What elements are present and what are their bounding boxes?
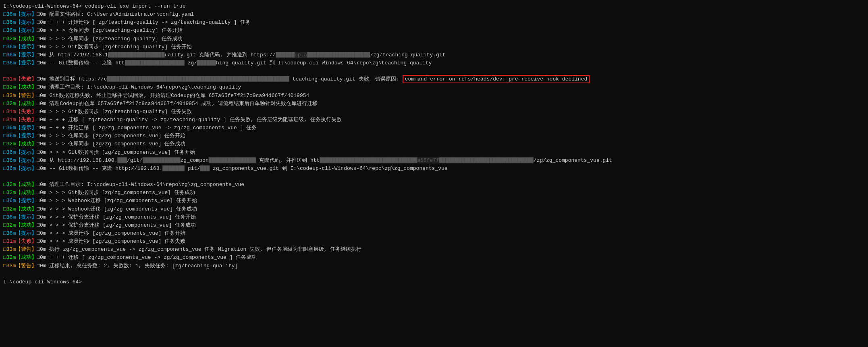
tag-tishi: □36m【提示】	[3, 27, 37, 33]
log-line: □36m【提示】□0m + + + 开始迁移 [ zg/zg_component…	[3, 124, 865, 132]
error-highlight-box: command error on refs/heads/dev: pre-rec…	[403, 75, 590, 83]
tag-chenggong: □32m【成功】	[3, 222, 37, 228]
log-line: □36m【提示】□0m > > > Webhook迁移 [zg/zg_compo…	[3, 197, 865, 205]
log-line: □32m【成功】□0m > > > 仓库同步 [zg/zg_components…	[3, 140, 865, 148]
tag-tishi: □36m【提示】	[3, 214, 37, 220]
tag-jinggao: □33m【警告】	[3, 93, 37, 99]
log-line: □36m【提示】□0m > > > 仓库同步 [zg/zg_components…	[3, 132, 865, 140]
tag-chenggong: □32m【成功】	[3, 84, 37, 90]
log-line: □31m【失败】□0m > > > Git数据同步 [zg/teaching-q…	[3, 108, 865, 116]
log-line: □31m【失败】□0m + + + 迁移 [ zg/teaching-quali…	[3, 116, 865, 124]
log-line: □36m【提示】□0m -- Git数据传输 -- 克隆 http://192.…	[3, 165, 865, 173]
tag-tishi: □36m【提示】	[3, 125, 37, 131]
log-line: □31m【失败】□0m > > > 成员迁移 [zg/zg_components…	[3, 238, 865, 246]
blank-line	[3, 173, 865, 181]
tag-tishi: □36m【提示】	[3, 198, 37, 204]
prompt-end[interactable]: I:\codeup-cli-Windows-64>	[3, 278, 865, 286]
tag-chenggong: □32m【成功】	[3, 101, 37, 107]
tag-chenggong: □32m【成功】	[3, 254, 37, 260]
tag-tishi: □36m【提示】	[3, 157, 37, 163]
log-line: □32m【成功】□0m 清理工作目录: I:\codeup-cli-Window…	[3, 181, 865, 189]
tag-tishi: □36m【提示】	[3, 52, 37, 58]
log-line: □33m【警告】□0m 迁移结束, 总任务数: 2, 失败数: 1, 失败任务:…	[3, 262, 865, 270]
log-line: □36m【提示】□0m -- Git数据传输 -- 克隆 htt████████…	[3, 59, 865, 67]
tag-shibai: □31m【失败】	[3, 76, 37, 82]
tag-chenggong: □32m【成功】	[3, 190, 37, 196]
tag-tishi: □36m【提示】	[3, 165, 37, 171]
log-line: □32m【成功】□0m > > > 仓库同步 [zg/teaching-qual…	[3, 35, 865, 43]
tag-tishi: □36m【提示】	[3, 44, 37, 50]
log-line: □36m【提示】□0m > > > Git数据同步 [zg/teaching-q…	[3, 43, 865, 51]
prompt-path: I:\codeup-cli-Windows-64> codeup-cli.exe…	[3, 3, 185, 9]
log-line: □36m【提示】□0m + + + 开始迁移 [ zg/teaching-qua…	[3, 19, 865, 27]
log-line: □36m【提示】□0m > > > Git数据同步 [zg/zg_compone…	[3, 149, 865, 157]
log-line-error: □31m【失败】□0m 推送到目标 https://c█████████████…	[3, 75, 865, 83]
blank-line	[3, 270, 865, 278]
log-line: □32m【成功】□0m + + + 迁移 [ zg/zg_components_…	[3, 254, 865, 262]
tag-chenggong: □32m【成功】	[3, 182, 37, 188]
tag-shibai: □31m【失败】	[3, 238, 37, 244]
tag-tishi: □36m【提示】	[3, 230, 37, 236]
log-line: □32m【成功】□0m 清理Codeup的仓库 657a65fe7f217c9c…	[3, 100, 865, 108]
tag-chenggong: □32m【成功】	[3, 36, 37, 42]
log-line: □32m【成功】□0m > > > 保护分支迁移 [zg/zg_componen…	[3, 221, 865, 229]
tag-jinggao: □33m【警告】	[3, 263, 37, 269]
tag-shibai: □31m【失败】	[3, 109, 37, 115]
log-line: □36m【提示】□0m 从 http://192.168.100.███/git…	[3, 157, 865, 165]
blank-line	[3, 67, 865, 75]
tag-shibai: □31m【失败】	[3, 117, 37, 123]
log-line: □36m【提示】□0m > > > 仓库同步 [zg/teaching-qual…	[3, 27, 865, 35]
tag-tishi: □36m【提示】	[3, 60, 37, 66]
log-line: □36m【提示】□0m > > > 保护分支迁移 [zg/zg_componen…	[3, 213, 865, 221]
log-line: □36m【提示】□0m 配置文件路径: C:\Users\Administrat…	[3, 10, 865, 19]
terminal-window: I:\codeup-cli-Windows-64> codeup-cli.exe…	[0, 0, 868, 289]
log-line: □32m【成功】□0m > > > Webhook迁移 [zg/zg_compo…	[3, 205, 865, 213]
tag-chenggong: □32m【成功】	[3, 206, 37, 212]
tag-tishi: □36m【提示】	[3, 133, 37, 139]
prompt-path-end: I:\codeup-cli-Windows-64>	[3, 279, 82, 285]
log-line: □33m【警告】□0m 执行 zg/zg_components_vue -> z…	[3, 246, 865, 254]
log-line: □32m【成功】□0m 清理工作目录: I:\codeup-cli-Window…	[3, 83, 865, 91]
log-line: □32m【成功】□0m > > > Git数据同步 [zg/zg_compone…	[3, 189, 865, 197]
log-line: □36m【提示】□0m > > > 成员迁移 [zg/zg_components…	[3, 229, 865, 238]
tag-jinggao: □33m【警告】	[3, 246, 37, 252]
tag-tishi: □36m【提示】	[3, 19, 37, 25]
log-line: □33m【警告】□0m Git数据迁移失败, 终止迁移并尝试回滚, 开始清理Co…	[3, 92, 865, 100]
tag-chenggong: □32m【成功】	[3, 141, 37, 147]
tag-tishi: □36m【提示】	[3, 149, 37, 155]
command-line: I:\codeup-cli-Windows-64> codeup-cli.exe…	[3, 2, 865, 10]
log-line: □36m【提示】□0m 从 http://192.168.1██████████…	[3, 51, 865, 59]
tag-tishi: □36m【提示】	[3, 11, 37, 17]
